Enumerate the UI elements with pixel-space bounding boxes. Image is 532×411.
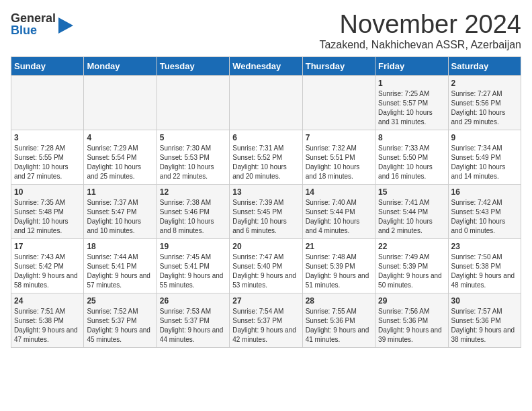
day-cell: 13Sunrise: 7:39 AM Sunset: 5:45 PM Dayli…: [230, 184, 302, 238]
day-number: 8: [378, 133, 445, 142]
title-area: November 2024 Tazakend, Nakhichevan ASSR…: [319, 11, 521, 51]
day-info: Sunrise: 7:45 AM Sunset: 5:41 PM Dayligh…: [160, 253, 226, 290]
day-info: Sunrise: 7:33 AM Sunset: 5:50 PM Dayligh…: [378, 144, 445, 181]
day-number: 16: [451, 187, 518, 197]
day-cell: 26Sunrise: 7:53 AM Sunset: 5:37 PM Dayli…: [157, 293, 229, 347]
day-number: 30: [451, 296, 518, 306]
day-info: Sunrise: 7:38 AM Sunset: 5:46 PM Dayligh…: [160, 198, 226, 236]
day-info: Sunrise: 7:50 AM Sunset: 5:38 PM Dayligh…: [451, 253, 518, 290]
day-cell: 21Sunrise: 7:48 AM Sunset: 5:39 PM Dayli…: [302, 238, 375, 293]
day-cell: [11, 75, 84, 130]
svg-marker-0: [58, 17, 73, 34]
logo-arrow-icon: [58, 13, 73, 38]
location-title: Tazakend, Nakhichevan ASSR, Azerbaijan: [319, 39, 521, 51]
day-cell: 25Sunrise: 7:52 AM Sunset: 5:37 PM Dayli…: [84, 293, 157, 347]
day-cell: 18Sunrise: 7:44 AM Sunset: 5:41 PM Dayli…: [84, 238, 157, 293]
day-cell: 19Sunrise: 7:45 AM Sunset: 5:41 PM Dayli…: [157, 238, 229, 293]
day-cell: [84, 75, 157, 130]
col-thursday: Thursday: [302, 56, 375, 75]
col-wednesday: Wednesday: [230, 56, 302, 75]
day-number: 25: [87, 296, 153, 306]
day-number: 4: [87, 133, 153, 142]
col-tuesday: Tuesday: [157, 56, 229, 75]
day-number: 17: [14, 242, 81, 251]
day-info: Sunrise: 7:25 AM Sunset: 5:57 PM Dayligh…: [378, 89, 445, 127]
day-cell: 5Sunrise: 7:30 AM Sunset: 5:53 PM Daylig…: [157, 130, 229, 184]
day-cell: 9Sunrise: 7:34 AM Sunset: 5:49 PM Daylig…: [448, 130, 521, 184]
day-number: 12: [160, 187, 226, 197]
day-info: Sunrise: 7:56 AM Sunset: 5:36 PM Dayligh…: [378, 307, 445, 345]
day-cell: 27Sunrise: 7:54 AM Sunset: 5:37 PM Dayli…: [230, 293, 302, 347]
day-cell: 15Sunrise: 7:41 AM Sunset: 5:44 PM Dayli…: [375, 184, 448, 238]
day-cell: 4Sunrise: 7:29 AM Sunset: 5:54 PM Daylig…: [84, 130, 157, 184]
day-number: 19: [160, 242, 226, 251]
day-number: 26: [160, 296, 226, 306]
day-info: Sunrise: 7:40 AM Sunset: 5:44 PM Dayligh…: [306, 198, 372, 236]
day-info: Sunrise: 7:35 AM Sunset: 5:48 PM Dayligh…: [14, 198, 81, 236]
col-saturday: Saturday: [448, 56, 521, 75]
day-info: Sunrise: 7:37 AM Sunset: 5:47 PM Dayligh…: [87, 198, 153, 236]
day-number: 29: [378, 296, 445, 306]
week-row-1: 1Sunrise: 7:25 AM Sunset: 5:57 PM Daylig…: [11, 75, 521, 130]
day-info: Sunrise: 7:30 AM Sunset: 5:53 PM Dayligh…: [160, 144, 226, 181]
day-info: Sunrise: 7:31 AM Sunset: 5:52 PM Dayligh…: [232, 144, 299, 181]
day-cell: 2Sunrise: 7:27 AM Sunset: 5:56 PM Daylig…: [448, 75, 521, 130]
day-info: Sunrise: 7:42 AM Sunset: 5:43 PM Dayligh…: [451, 198, 518, 236]
day-cell: [302, 75, 375, 130]
day-cell: 6Sunrise: 7:31 AM Sunset: 5:52 PM Daylig…: [230, 130, 302, 184]
day-cell: [230, 75, 302, 130]
day-cell: 14Sunrise: 7:40 AM Sunset: 5:44 PM Dayli…: [302, 184, 375, 238]
col-sunday: Sunday: [11, 56, 84, 75]
logo: General Blue: [11, 11, 73, 38]
day-number: 18: [87, 242, 153, 251]
day-cell: 8Sunrise: 7:33 AM Sunset: 5:50 PM Daylig…: [375, 130, 448, 184]
week-row-2: 3Sunrise: 7:28 AM Sunset: 5:55 PM Daylig…: [11, 130, 521, 184]
day-info: Sunrise: 7:32 AM Sunset: 5:51 PM Dayligh…: [306, 144, 372, 181]
day-cell: 7Sunrise: 7:32 AM Sunset: 5:51 PM Daylig…: [302, 130, 375, 184]
day-info: Sunrise: 7:48 AM Sunset: 5:39 PM Dayligh…: [306, 253, 372, 290]
day-info: Sunrise: 7:52 AM Sunset: 5:37 PM Dayligh…: [87, 307, 153, 345]
day-number: 14: [306, 187, 372, 197]
day-info: Sunrise: 7:29 AM Sunset: 5:54 PM Dayligh…: [87, 144, 153, 181]
day-number: 20: [232, 242, 299, 251]
day-info: Sunrise: 7:47 AM Sunset: 5:40 PM Dayligh…: [232, 253, 299, 290]
day-number: 10: [14, 187, 81, 197]
day-number: 5: [160, 133, 226, 142]
day-cell: 11Sunrise: 7:37 AM Sunset: 5:47 PM Dayli…: [84, 184, 157, 238]
day-info: Sunrise: 7:39 AM Sunset: 5:45 PM Dayligh…: [232, 198, 299, 236]
day-cell: 1Sunrise: 7:25 AM Sunset: 5:57 PM Daylig…: [375, 75, 448, 130]
day-number: 23: [451, 242, 518, 251]
day-cell: 22Sunrise: 7:49 AM Sunset: 5:39 PM Dayli…: [375, 238, 448, 293]
day-info: Sunrise: 7:34 AM Sunset: 5:49 PM Dayligh…: [451, 144, 518, 181]
day-number: 13: [232, 187, 299, 197]
day-number: 7: [306, 133, 372, 142]
week-row-3: 10Sunrise: 7:35 AM Sunset: 5:48 PM Dayli…: [11, 184, 521, 238]
day-info: Sunrise: 7:51 AM Sunset: 5:38 PM Dayligh…: [14, 307, 81, 345]
col-friday: Friday: [375, 56, 448, 75]
day-cell: 20Sunrise: 7:47 AM Sunset: 5:40 PM Dayli…: [230, 238, 302, 293]
day-number: 21: [306, 242, 372, 251]
day-cell: 10Sunrise: 7:35 AM Sunset: 5:48 PM Dayli…: [11, 184, 84, 238]
day-cell: 29Sunrise: 7:56 AM Sunset: 5:36 PM Dayli…: [375, 293, 448, 347]
day-number: 9: [451, 133, 518, 142]
day-info: Sunrise: 7:53 AM Sunset: 5:37 PM Dayligh…: [160, 307, 226, 345]
day-cell: 24Sunrise: 7:51 AM Sunset: 5:38 PM Dayli…: [11, 293, 84, 347]
day-number: 15: [378, 187, 445, 197]
day-number: 28: [306, 296, 372, 306]
day-info: Sunrise: 7:49 AM Sunset: 5:39 PM Dayligh…: [378, 253, 445, 290]
day-info: Sunrise: 7:27 AM Sunset: 5:56 PM Dayligh…: [451, 89, 518, 127]
day-info: Sunrise: 7:41 AM Sunset: 5:44 PM Dayligh…: [378, 198, 445, 236]
day-info: Sunrise: 7:43 AM Sunset: 5:42 PM Dayligh…: [14, 253, 81, 290]
day-number: 1: [378, 79, 445, 88]
day-cell: 23Sunrise: 7:50 AM Sunset: 5:38 PM Dayli…: [448, 238, 521, 293]
day-number: 2: [451, 79, 518, 88]
day-info: Sunrise: 7:57 AM Sunset: 5:36 PM Dayligh…: [451, 307, 518, 345]
day-number: 11: [87, 187, 153, 197]
day-cell: 3Sunrise: 7:28 AM Sunset: 5:55 PM Daylig…: [11, 130, 84, 184]
day-cell: 28Sunrise: 7:55 AM Sunset: 5:36 PM Dayli…: [302, 293, 375, 347]
day-cell: 30Sunrise: 7:57 AM Sunset: 5:36 PM Dayli…: [448, 293, 521, 347]
day-info: Sunrise: 7:28 AM Sunset: 5:55 PM Dayligh…: [14, 144, 81, 181]
week-row-5: 24Sunrise: 7:51 AM Sunset: 5:38 PM Dayli…: [11, 293, 521, 347]
day-number: 3: [14, 133, 81, 142]
day-cell: 17Sunrise: 7:43 AM Sunset: 5:42 PM Dayli…: [11, 238, 84, 293]
